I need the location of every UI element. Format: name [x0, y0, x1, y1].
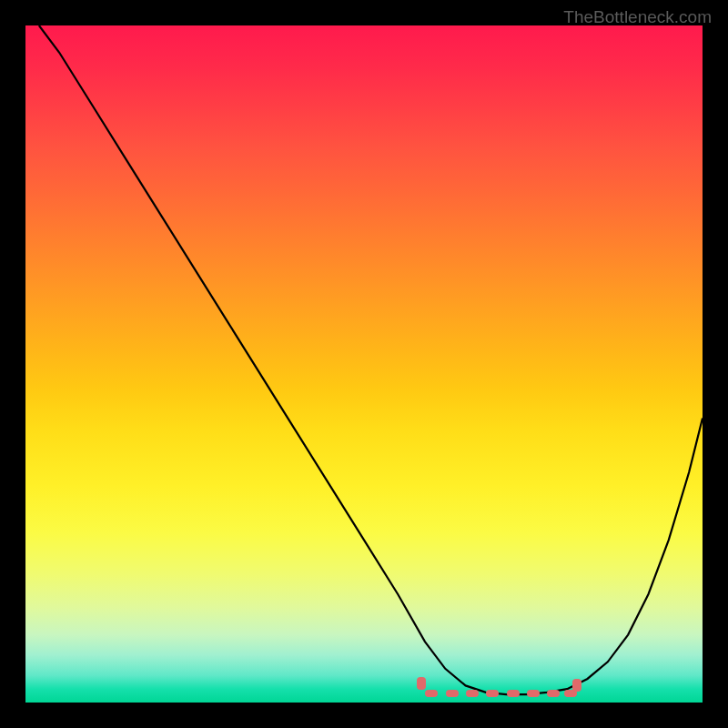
marker-dot	[417, 677, 426, 690]
marker-dot	[572, 679, 581, 692]
marker-dot	[466, 690, 479, 697]
marker-dot	[547, 690, 560, 697]
marker-dot	[507, 690, 520, 697]
marker-dot	[527, 690, 540, 697]
marker-dot	[486, 690, 499, 697]
marker-dot	[446, 690, 459, 697]
flat-region-markers	[25, 25, 703, 703]
plot-area	[25, 25, 703, 703]
watermark-text: TheBottleneck.com	[563, 7, 712, 27]
marker-dot	[425, 690, 438, 697]
